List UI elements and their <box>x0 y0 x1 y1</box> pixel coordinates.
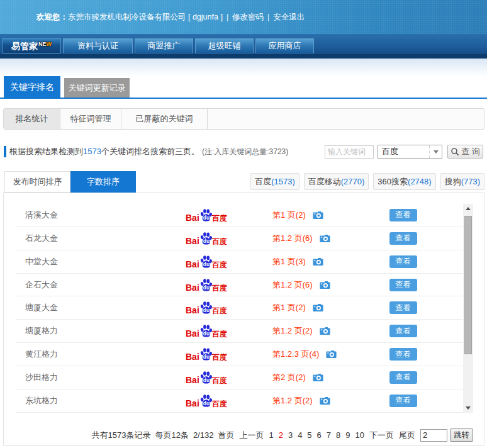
sort-tab-publish-time[interactable]: 发布时间排序 <box>4 171 70 193</box>
scrollbar[interactable] <box>463 204 473 413</box>
camera-icon[interactable] <box>320 396 330 405</box>
view-button[interactable]: 查看 <box>389 232 417 245</box>
svg-text:du: du <box>203 377 210 383</box>
select-arrow-zone[interactable] <box>429 145 442 158</box>
view-button[interactable]: 查看 <box>389 371 417 384</box>
camera-icon[interactable] <box>320 327 330 335</box>
page-link-3[interactable]: 3 <box>288 430 293 440</box>
subtab-feature-words[interactable]: 特征词管理 <box>60 109 121 129</box>
baidu-logo-cn: 百度 <box>212 307 227 315</box>
change-password-link[interactable]: 修改密码 <box>232 12 264 23</box>
page-link-4[interactable]: 4 <box>298 430 302 440</box>
prev-page-link[interactable]: 上一页 <box>239 430 264 441</box>
nav-tab-chaoji[interactable]: 超级旺铺 <box>195 38 254 53</box>
search-area: 百度 查 询 <box>325 145 483 159</box>
svg-text:du: du <box>203 261 210 267</box>
baidu-logo: Bai du 百度 <box>186 278 227 292</box>
nav-tab-label: 商盟推广 <box>148 41 181 50</box>
scroll-up-button[interactable] <box>463 204 473 213</box>
sort-tab-word-count[interactable]: 字数排序 <box>70 171 136 193</box>
svg-text:du: du <box>203 354 210 360</box>
camera-icon[interactable] <box>320 281 330 289</box>
accent-bar <box>4 146 6 157</box>
camera-icon[interactable] <box>326 350 337 359</box>
camera-icon[interactable] <box>320 234 330 243</box>
view-button[interactable]: 查看 <box>389 301 417 314</box>
next-page-link[interactable]: 下一页 <box>369 430 394 441</box>
camera-icon[interactable] <box>313 257 323 266</box>
nav-tab-label: 超级旺铺 <box>208 41 241 50</box>
triangle-up-icon <box>466 207 471 210</box>
subtab-bar: 排名统计 特征词管理 已屏蔽的关键词 <box>3 108 484 130</box>
rank-text: 第1.2.3 页(4) <box>272 349 319 360</box>
baidu-logo-cn: 百度 <box>212 330 227 338</box>
rank-text: 第1 页(2) <box>272 302 306 313</box>
camera-icon[interactable] <box>313 211 323 220</box>
table-rows: 清溪大金 Bai du 百度 第1 页(2) <box>16 204 463 413</box>
baidu-paw-icon: du <box>199 301 213 315</box>
page-link-7[interactable]: 7 <box>327 430 331 440</box>
baidu-logo: Bai du 百度 <box>186 255 227 269</box>
engine-count-baidu[interactable]: 百度(1573) <box>250 173 299 190</box>
view-button[interactable]: 查看 <box>389 209 417 221</box>
subtab-ranking-stats[interactable]: 排名统计 <box>4 109 60 129</box>
page-link-8[interactable]: 8 <box>336 430 340 440</box>
rank-cell: 第1 页(2) <box>272 210 323 221</box>
svg-text:du: du <box>203 307 210 313</box>
rank-cell: 第1 页(2) <box>272 302 323 313</box>
camera-icon[interactable] <box>313 373 323 382</box>
rank-cell: 第1.2.3 页(4) <box>272 349 337 360</box>
rank-text: 第1.2 页(2) <box>272 395 313 406</box>
table-row: 黄江格力 Bai du 百度 第1.2.3 页(4) <box>16 343 463 366</box>
tab-keyword-update-log[interactable]: 关键词更新记录 <box>64 78 130 98</box>
view-button[interactable]: 查看 <box>389 279 417 291</box>
keyword-cell: 石龙大金 <box>25 233 58 244</box>
engine-count: (2748) <box>408 177 432 186</box>
page-link-6[interactable]: 6 <box>317 430 322 440</box>
page-number-links: 12345678910 <box>269 430 369 440</box>
rank-text: 第1 页(2) <box>272 210 306 221</box>
pagination: 共有1573条记录 每页12条 2/132 首页 上一页 12345678910… <box>91 428 473 442</box>
nav-tab-shangmeng[interactable]: 商盟推广 <box>135 38 193 53</box>
view-button[interactable]: 查看 <box>389 348 417 361</box>
scrollbar-thumb[interactable] <box>464 216 472 354</box>
nav-tab-yiguanjia[interactable]: 易管家NEW <box>2 38 61 53</box>
logout-link[interactable]: 安全退出 <box>273 12 305 23</box>
rank-cell: 第1 页(3) <box>272 256 323 267</box>
keyword-cell: 黄江格力 <box>25 349 58 360</box>
nav-tab-label: 应用商店 <box>269 41 301 50</box>
page-link-1[interactable]: 1 <box>269 430 273 440</box>
page-link-10[interactable]: 10 <box>355 430 364 440</box>
page-link-9[interactable]: 9 <box>345 430 350 440</box>
search-button[interactable]: 查 询 <box>447 145 483 159</box>
page-indicator: 2/132 <box>193 430 214 440</box>
baidu-logo-cn: 百度 <box>212 284 227 292</box>
baidu-logo: Bai du 百度 <box>186 208 227 222</box>
engine-count-360[interactable]: 360搜索(2748) <box>373 173 435 190</box>
baidu-logo-bai: Bai <box>186 353 199 361</box>
keyword-search-input[interactable] <box>325 145 374 159</box>
nav-tabs: 易管家NEW 资料与认证 商盟推广 超级旺铺 应用商店 <box>2 38 314 53</box>
scroll-down-button[interactable] <box>463 403 473 413</box>
nav-tab-ziliao[interactable]: 资料与认证 <box>63 38 133 53</box>
baidu-logo-cn: 百度 <box>212 261 227 269</box>
keyword-cell: 沙田格力 <box>25 372 58 383</box>
nav-tab-yingyong[interactable]: 应用商店 <box>255 38 314 53</box>
chevron-down-icon <box>434 150 439 154</box>
subtab-blocked-keywords[interactable]: 已屏蔽的关键词 <box>121 109 208 129</box>
view-button[interactable]: 查看 <box>389 255 417 268</box>
first-page-link[interactable]: 首页 <box>218 430 234 441</box>
view-button[interactable]: 查看 <box>389 325 417 337</box>
engine-count-sogou[interactable]: 搜狗(773) <box>440 173 484 190</box>
last-page-link[interactable]: 尾页 <box>399 430 415 441</box>
keyword-cell: 企石大金 <box>25 279 58 291</box>
engine-count-baidu-mobile[interactable]: 百度移动(2770) <box>304 173 369 190</box>
page-link-2[interactable]: 2 <box>279 430 283 440</box>
jump-page-input[interactable] <box>420 429 447 442</box>
view-button[interactable]: 查看 <box>389 395 417 407</box>
page-link-5[interactable]: 5 <box>307 430 311 440</box>
tab-keyword-ranking[interactable]: 关键字排名 <box>4 76 60 98</box>
engine-select[interactable]: 百度 <box>378 145 442 159</box>
jump-button[interactable]: 跳转 <box>450 428 473 442</box>
camera-icon[interactable] <box>313 303 323 312</box>
